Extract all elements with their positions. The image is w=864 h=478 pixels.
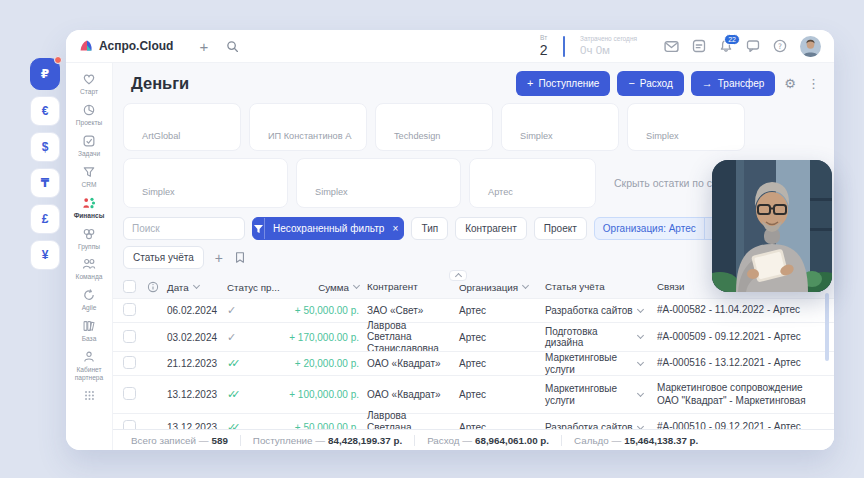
account-card[interactable]: Закупка материалов для ремонта офиса 40,… bbox=[123, 158, 288, 208]
cell-organization: Артес bbox=[451, 305, 543, 316]
table-row[interactable]: 03.02.2024 + 170,000.00 р. Лаврова Светл… bbox=[113, 322, 834, 351]
remove-filter-icon[interactable]: × bbox=[390, 223, 404, 234]
row-checkbox[interactable] bbox=[123, 356, 136, 369]
sidebar-item-label: Agile bbox=[82, 304, 97, 312]
vertical-scrollbar[interactable] bbox=[825, 293, 829, 361]
sidebar-item-base[interactable]: База bbox=[68, 315, 110, 346]
sidebar-item-tasks[interactable]: Задачи bbox=[68, 130, 110, 161]
cell-link[interactable]: Маркетинговое сопровождение ОАО "Квадрат… bbox=[649, 382, 824, 406]
select-all-checkbox[interactable] bbox=[123, 280, 136, 293]
search-button[interactable] bbox=[226, 40, 239, 53]
cell-sum: + 100,000.00 р. bbox=[283, 389, 359, 400]
info-icon[interactable] bbox=[147, 281, 167, 293]
summary-bar: Всего записей589 Поступление84,428,199.3… bbox=[113, 429, 834, 450]
add-filter-button[interactable]: + bbox=[211, 250, 227, 266]
chevron-down-icon[interactable] bbox=[637, 358, 644, 365]
cell-organization: Артес bbox=[451, 358, 543, 369]
sidebar-item-crm[interactable]: CRM bbox=[68, 161, 110, 192]
video-widget[interactable] bbox=[712, 160, 832, 292]
transfer-button[interactable]: →Трансфер bbox=[691, 71, 776, 96]
filter-chip-project[interactable]: Проект bbox=[534, 217, 587, 240]
funnel-icon bbox=[82, 165, 96, 179]
sidebar-item-team[interactable]: Команда bbox=[68, 253, 110, 284]
sidebar-item-start[interactable]: Старт bbox=[68, 68, 110, 99]
row-checkbox[interactable] bbox=[123, 330, 136, 343]
header-cell-article[interactable]: Статья учёта bbox=[543, 281, 649, 292]
account-card[interactable]: Валютный счет, EUR 92,450.00 € Simplex bbox=[501, 103, 619, 151]
notifications-button[interactable]: 22 bbox=[719, 39, 733, 53]
organization-filter-chip[interactable]: Организация: Артес × bbox=[594, 217, 726, 240]
income-button[interactable]: +Поступление bbox=[516, 71, 610, 96]
apps-grid-icon[interactable] bbox=[83, 389, 96, 402]
settings-gear-icon[interactable]: ⚙ bbox=[782, 77, 798, 90]
sidebar-item-finance[interactable]: Финансы bbox=[68, 192, 110, 223]
account-card[interactable]: Закупка материалов для проекта "Малинки"… bbox=[296, 158, 461, 208]
sidebar-item-agile[interactable]: Agile bbox=[68, 284, 110, 315]
row-checkbox[interactable] bbox=[123, 303, 136, 316]
search-input[interactable] bbox=[123, 217, 245, 240]
notes-button[interactable] bbox=[692, 39, 706, 53]
cell-link[interactable]: #А-000516 - 13.12.2021 - Артес bbox=[649, 357, 824, 369]
sidebar-item-label: CRM bbox=[81, 181, 96, 189]
chevron-down-icon[interactable] bbox=[637, 389, 644, 396]
income-button-label: Поступление bbox=[538, 78, 599, 89]
filter-chip-contragent[interactable]: Контрагент bbox=[455, 217, 527, 240]
logo[interactable]: Аспро.Cloud bbox=[79, 39, 173, 53]
account-card[interactable]: Казахстанский 590,160.00 ₸ Techdesign bbox=[375, 103, 493, 151]
row-checkbox[interactable] bbox=[123, 387, 136, 400]
topbar-divider bbox=[563, 36, 566, 57]
page-header: Деньги +Поступление −Расход →Трансфер ⚙ … bbox=[131, 71, 822, 96]
unsaved-filter-chip[interactable]: Несохраненный фильтр × bbox=[252, 217, 404, 240]
date-widget[interactable]: Вт 2 bbox=[540, 35, 548, 57]
currency-item-rub[interactable]: ₽ bbox=[30, 58, 60, 90]
avatar[interactable] bbox=[800, 36, 821, 57]
summary-balance: Сальдо15,464,138.37 р. bbox=[561, 435, 698, 446]
table-row[interactable]: 21.12.2023 + 20,000.00 р. ОАО «Квадрат» … bbox=[113, 351, 834, 375]
account-org: Артес bbox=[480, 158, 572, 208]
filter-chip-type[interactable]: Тип bbox=[411, 217, 448, 240]
account-card[interactable]: Белорусский 512,120.00 Br ArtGlobal bbox=[123, 103, 241, 151]
collapse-column-button[interactable] bbox=[449, 270, 467, 281]
sidebar-item-projects[interactable]: Проекты bbox=[68, 99, 110, 130]
expense-button[interactable]: −Расход bbox=[617, 71, 683, 96]
header-cell-organization[interactable]: Организация bbox=[451, 282, 543, 293]
currency-item-jpy[interactable]: ¥ bbox=[30, 240, 60, 270]
mail-button[interactable] bbox=[664, 40, 679, 53]
chat-icon bbox=[746, 39, 760, 53]
account-card[interactable]: Наличные 1,445,940.00 р. Артес bbox=[469, 158, 596, 208]
currency-item-kzt[interactable]: ₸ bbox=[30, 168, 60, 198]
filter-chip-article[interactable]: Статья учёта bbox=[123, 246, 204, 269]
currency-item-gbp[interactable]: £ bbox=[30, 204, 60, 234]
header-cell-date[interactable]: Дата bbox=[167, 282, 227, 293]
header-cell-contragent[interactable]: Контрагент bbox=[359, 281, 451, 292]
cell-contragent: Лаврова Светлана Станиславовна bbox=[359, 320, 451, 355]
time-spent-widget[interactable]: Затрачено сегодня 0ч 0м bbox=[580, 35, 637, 58]
currency-item-usd[interactable]: $ bbox=[30, 132, 60, 162]
currency-item-eur[interactable]: € bbox=[30, 96, 60, 126]
cell-link[interactable]: #А-000582 - 11.04.2022 - Артес bbox=[649, 304, 824, 316]
chevron-down-icon[interactable] bbox=[637, 332, 644, 339]
filter-funnel-icon bbox=[253, 217, 265, 240]
header-cell-sum[interactable]: Сумма bbox=[283, 282, 359, 293]
chevron-down-icon[interactable] bbox=[637, 305, 644, 312]
transfer-button-label: Трансфер bbox=[718, 78, 765, 89]
account-card[interactable]: Расчетный счет японский 66,428.00 ¥ Simp… bbox=[627, 103, 745, 151]
account-org: Simplex bbox=[512, 103, 604, 151]
kebab-menu-icon[interactable]: ⋮ bbox=[805, 77, 822, 90]
note-icon bbox=[692, 39, 706, 53]
cell-link[interactable]: #А-000509 - 09.12.2021 - Артес bbox=[649, 331, 824, 343]
chat-button[interactable] bbox=[746, 39, 760, 53]
account-card[interactable]: Наличные 1,400,624.00 р. ИП Константинов… bbox=[249, 103, 367, 151]
sidebar-item-partner-cabinet[interactable]: Кабинет партнера bbox=[68, 346, 110, 385]
sidebar-item-groups[interactable]: Группы bbox=[68, 223, 110, 254]
sidebar-item-label: Кабинет партнера bbox=[68, 366, 110, 382]
header-cell-status[interactable]: Статус пр... bbox=[227, 282, 283, 293]
table-row[interactable]: 06.02.2024 + 50,000.00 р. ЗАО «Свет» Арт… bbox=[113, 298, 834, 322]
cell-article: Подготовка дизайна bbox=[545, 326, 633, 349]
logo-text: Аспро.Cloud bbox=[99, 39, 173, 53]
cell-sum: + 20,000.00 р. bbox=[283, 358, 359, 369]
create-button[interactable]: + bbox=[199, 38, 208, 55]
table-row[interactable]: 13.12.2023 + 100,000.00 р. ОАО «Квадрат»… bbox=[113, 375, 834, 413]
help-button[interactable]: ? bbox=[773, 39, 787, 53]
bookmark-button[interactable] bbox=[234, 251, 246, 264]
